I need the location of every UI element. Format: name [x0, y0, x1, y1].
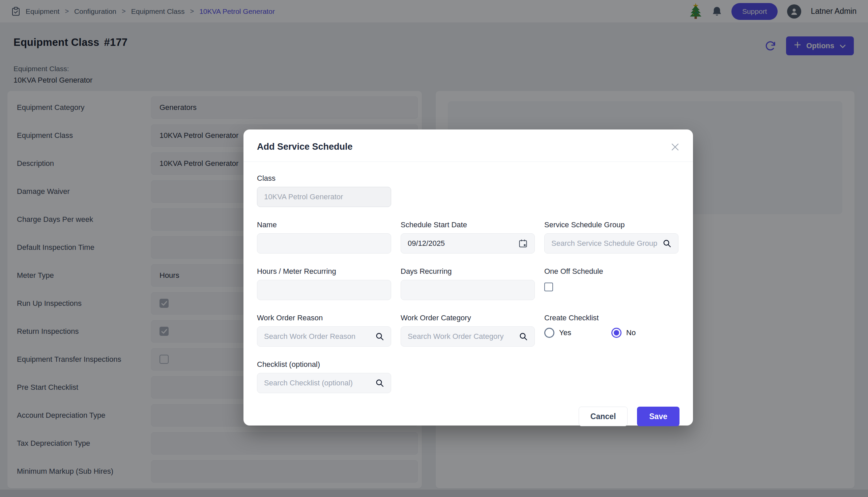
search-icon[interactable] [375, 332, 384, 341]
name-input[interactable] [264, 239, 384, 248]
schedule-start-date-value[interactable]: 09/12/2025 [408, 239, 514, 248]
days-recurring-input[interactable] [408, 286, 528, 294]
radio-no[interactable] [611, 328, 622, 338]
service-schedule-group-label: Service Schedule Group [544, 221, 679, 229]
work-order-category-label: Work Order Category [401, 314, 535, 322]
search-icon[interactable] [663, 239, 671, 248]
work-order-category-input[interactable] [408, 332, 515, 341]
work-order-reason-input[interactable] [264, 332, 371, 341]
hours-meter-recurring-field[interactable] [257, 280, 391, 300]
one-off-schedule-checkbox[interactable] [544, 283, 553, 291]
cancel-button[interactable]: Cancel [579, 407, 628, 426]
work-order-category-field[interactable] [401, 326, 535, 346]
create-checklist-option-yes[interactable]: Yes [544, 328, 611, 338]
days-recurring-field[interactable] [401, 280, 535, 300]
search-icon[interactable] [519, 332, 528, 341]
work-order-reason-label: Work Order Reason [257, 314, 391, 322]
name-label: Name [257, 221, 391, 229]
close-icon[interactable] [671, 143, 680, 152]
checklist-optional-label: Checklist (optional) [257, 360, 680, 369]
create-checklist-label: Create Checklist [544, 314, 679, 322]
add-service-schedule-modal: Add Service Schedule Class 10KVA Petrol … [243, 129, 693, 426]
save-button[interactable]: Save [637, 407, 680, 426]
class-label: Class [257, 174, 680, 183]
search-icon[interactable] [375, 379, 384, 387]
schedule-start-date-field[interactable]: 09/12/2025 [401, 233, 535, 254]
work-order-reason-field[interactable] [257, 326, 391, 346]
name-field[interactable] [257, 233, 391, 254]
one-off-schedule-label: One Off Schedule [544, 267, 679, 276]
class-value: 10KVA Petrol Generator [264, 193, 343, 201]
hours-meter-recurring-input[interactable] [264, 286, 384, 294]
modal-title: Add Service Schedule [257, 142, 353, 152]
calendar-icon[interactable] [518, 239, 528, 248]
service-schedule-group-field[interactable] [544, 233, 679, 254]
schedule-start-date-label: Schedule Start Date [401, 221, 535, 229]
hours-meter-recurring-label: Hours / Meter Recurring [257, 267, 391, 276]
class-field: 10KVA Petrol Generator [257, 187, 391, 207]
days-recurring-label: Days Recurring [401, 267, 535, 276]
service-schedule-group-input[interactable] [551, 239, 658, 248]
create-checklist-option-no[interactable]: No [611, 328, 679, 338]
checklist-optional-input[interactable] [264, 379, 371, 387]
radio-yes[interactable] [544, 328, 554, 338]
checklist-optional-field[interactable] [257, 373, 391, 393]
